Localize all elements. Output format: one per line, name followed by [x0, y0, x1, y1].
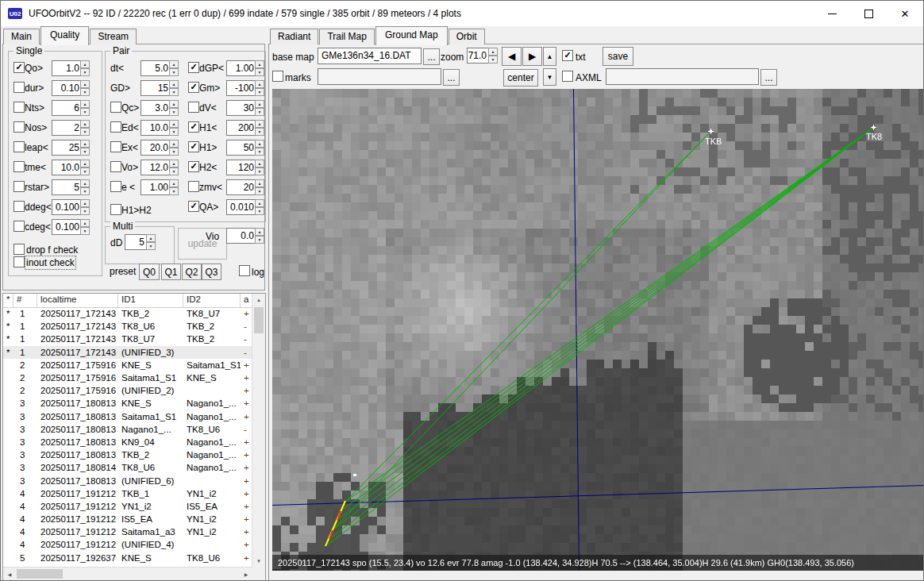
pair-spin-up-zmv[interactable]: ▲: [255, 179, 264, 187]
column-header-localtime[interactable]: localtime: [37, 294, 118, 307]
scroll-right-icon[interactable]: ▶: [240, 568, 252, 580]
single-spin-down-cdeg[interactable]: ▼: [80, 227, 90, 235]
table-row[interactable]: 220250117_175916KNE_SSaitama1_S1+: [3, 359, 252, 371]
marks-checkbox[interactable]: [272, 71, 283, 82]
single-spinner-qo[interactable]: ▲▼: [80, 60, 90, 76]
table-row[interactable]: 320250117_180813Nagano1_...TK8_U6-: [3, 423, 252, 436]
single-checkbox-dur[interactable]: [13, 82, 25, 93]
zoom-spin-up[interactable]: ▲: [488, 48, 498, 56]
pair-checkbox-gm[interactable]: ✓: [188, 82, 199, 93]
single-spinner-dur[interactable]: ▲▼: [80, 80, 90, 96]
pan-left-button[interactable]: ◀: [502, 47, 522, 66]
pair-spin-up-dgp[interactable]: ▲: [255, 60, 264, 68]
table-row[interactable]: *120250117_172143TK8_U7TKB_2-: [3, 333, 252, 345]
tab-quality[interactable]: Quality: [40, 26, 89, 45]
pair-spin-up-h2[interactable]: ▲: [255, 160, 264, 167]
preset-q3-button[interactable]: Q3: [202, 264, 221, 280]
pair-spin-up-qc[interactable]: ▲: [169, 100, 179, 108]
marks-browse-button[interactable]: ...: [443, 69, 460, 86]
table-row[interactable]: 320250117_180813TKB_2Nagano1_...+: [3, 448, 252, 461]
vio-spinner[interactable]: ▲ ▼: [255, 228, 264, 244]
pair-spin-down-qc[interactable]: ▼: [169, 108, 179, 116]
pair-field-qc[interactable]: 3.0: [141, 100, 171, 116]
pan-right-button[interactable]: ▶: [522, 47, 542, 66]
single-spin-up-qo[interactable]: ▲: [80, 60, 90, 68]
single-spin-up-nos[interactable]: ▲: [80, 120, 90, 128]
single-field-nos[interactable]: 2: [52, 120, 83, 136]
dd-spinner[interactable]: ▲ ▼: [146, 234, 156, 250]
zoom-spin-down[interactable]: ▼: [488, 56, 498, 63]
single-spin-up-tme[interactable]: ▲: [80, 160, 90, 167]
pair-checkbox-e[interactable]: [110, 181, 121, 192]
zoom-field[interactable]: 71.0: [467, 48, 490, 63]
pair-checkbox-dv[interactable]: [188, 102, 199, 113]
table-row[interactable]: 420250117_191212(UNIFIED_4)+: [3, 538, 252, 551]
pair-checkbox-h2[interactable]: ✓: [188, 161, 199, 172]
pair-field-dt[interactable]: 5.0: [141, 60, 171, 76]
single-spin-down-dur[interactable]: ▼: [80, 88, 90, 96]
dd-spin-down[interactable]: ▼: [146, 242, 156, 250]
table-row[interactable]: 220250117_175916Saitama1_S1KNE_S+: [3, 371, 252, 384]
vio-field[interactable]: 0.0: [226, 228, 257, 244]
single-spinner-nts[interactable]: ▲▼: [80, 100, 90, 116]
base-map-browse-button[interactable]: ...: [423, 48, 440, 65]
pair-checkbox-qc[interactable]: [110, 102, 121, 113]
axml-checkbox[interactable]: [562, 71, 573, 82]
table-row[interactable]: 320250117_180813KNE_SNagano1_...+: [3, 397, 252, 410]
vertical-scroll-thumb[interactable]: [254, 307, 264, 333]
single-field-cdeg[interactable]: 0.100: [52, 219, 83, 235]
pair-spin-up-gd[interactable]: ▲: [169, 80, 179, 88]
table-row[interactable]: *120250117_172143TK8_U6TKB_2-: [3, 320, 252, 333]
tab-trail-map[interactable]: Trail Map: [319, 29, 375, 44]
pair-spinner-gd[interactable]: ▲▼: [169, 80, 179, 96]
pair-checkbox-qa[interactable]: ✓: [188, 201, 199, 212]
pair-field-qa[interactable]: 0.010: [226, 199, 257, 215]
scroll-up-icon[interactable]: ▲: [252, 294, 265, 306]
pair-spinner-dgp[interactable]: ▲▼: [255, 60, 264, 76]
table-row[interactable]: *120250117_172143(UNIFIED_3)-: [3, 346, 252, 359]
single-field-dur[interactable]: 0.10: [52, 80, 83, 96]
pair-field-e[interactable]: 1.00: [141, 179, 171, 195]
close-button[interactable]: ✕: [887, 1, 923, 26]
pair-checkbox-vo[interactable]: [110, 161, 121, 172]
ground-map-canvas[interactable]: [272, 89, 924, 571]
pair-checkbox-dgp[interactable]: ✓: [188, 62, 199, 73]
single-checkbox-inout-check[interactable]: [13, 256, 25, 267]
pair-spin-up-ed[interactable]: ▲: [169, 120, 179, 128]
column-header-star[interactable]: *: [3, 294, 13, 307]
pair-spin-down-dt[interactable]: ▼: [169, 68, 179, 76]
pair-checkbox-h1-h2[interactable]: [110, 204, 121, 215]
pair-spinner-dt[interactable]: ▲▼: [169, 60, 179, 76]
pair-field-gm[interactable]: -100: [226, 80, 257, 96]
table-row[interactable]: 320250117_180813(UNIFIED_6)+: [3, 474, 252, 487]
center-button[interactable]: center: [503, 69, 538, 87]
table-row[interactable]: 320250117_180813KN9_04Nagano1_...+: [3, 436, 252, 448]
single-checkbox-tme[interactable]: [13, 161, 25, 172]
single-field-rstar[interactable]: 5: [52, 179, 83, 195]
pair-spin-up-dv[interactable]: ▲: [255, 100, 264, 108]
pair-spin-down-dv[interactable]: ▼: [255, 108, 264, 116]
preset-q0-button[interactable]: Q0: [139, 264, 160, 280]
dd-field[interactable]: 5: [125, 234, 148, 250]
pair-field-h2[interactable]: 120: [226, 160, 257, 175]
single-spinner-leap[interactable]: ▲▼: [80, 140, 90, 156]
pair-spin-down-zmv[interactable]: ▼: [255, 187, 264, 195]
minimize-button[interactable]: [814, 1, 850, 26]
pair-spin-up-h1[interactable]: ▲: [255, 120, 264, 128]
pair-checkbox-h1[interactable]: ✓: [188, 121, 199, 133]
single-field-qo[interactable]: 1.0: [52, 60, 83, 76]
pair-spinner-zmv[interactable]: ▲▼: [255, 179, 264, 195]
pair-spinner-vo[interactable]: ▲▼: [169, 160, 179, 175]
pair-checkbox-ex[interactable]: [110, 141, 121, 152]
axml-browse-button[interactable]: ...: [760, 69, 777, 86]
column-header-a[interactable]: #: [13, 294, 37, 307]
single-spin-up-dur[interactable]: ▲: [80, 80, 90, 88]
log-checkbox[interactable]: [239, 265, 250, 276]
pair-spin-up-gm[interactable]: ▲: [255, 80, 264, 88]
single-spin-up-cdeg[interactable]: ▲: [80, 219, 90, 227]
single-spinner-nos[interactable]: ▲▼: [80, 120, 90, 136]
marks-input[interactable]: [318, 68, 441, 85]
single-spin-down-nos[interactable]: ▼: [80, 128, 90, 136]
column-header-a[interactable]: a: [241, 294, 252, 307]
pair-field-zmv[interactable]: 20: [226, 179, 257, 195]
